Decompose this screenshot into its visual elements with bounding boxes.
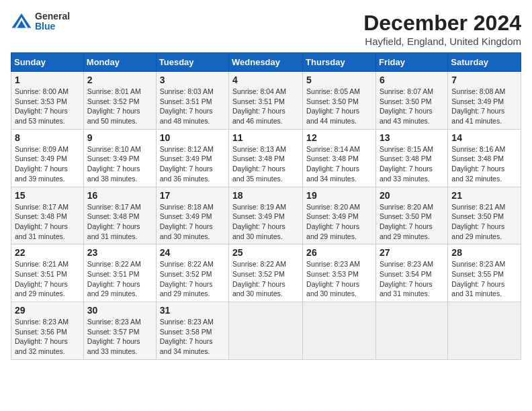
calendar-cell: 21Sunrise: 8:21 AMSunset: 3:50 PMDayligh… <box>448 187 521 244</box>
logo-icon <box>11 11 32 32</box>
calendar-row: 1Sunrise: 8:00 AMSunset: 3:53 PMDaylight… <box>11 72 521 130</box>
calendar-cell: 18Sunrise: 8:19 AMSunset: 3:49 PMDayligh… <box>229 187 303 244</box>
day-number: 31 <box>160 305 225 316</box>
calendar-cell: 2Sunrise: 8:01 AMSunset: 3:52 PMDaylight… <box>83 72 156 130</box>
day-info: Sunrise: 8:23 AMSunset: 3:58 PMDaylight:… <box>160 317 225 357</box>
calendar-cell: 29Sunrise: 8:23 AMSunset: 3:56 PMDayligh… <box>11 302 84 360</box>
day-info: Sunrise: 8:03 AMSunset: 3:51 PMDaylight:… <box>160 87 225 126</box>
day-info: Sunrise: 8:22 AMSunset: 3:52 PMDaylight:… <box>160 259 225 299</box>
day-info: Sunrise: 8:22 AMSunset: 3:52 PMDaylight:… <box>232 259 299 299</box>
header-cell-wednesday: Wednesday <box>229 53 303 72</box>
calendar-cell: 4Sunrise: 8:04 AMSunset: 3:51 PMDaylight… <box>229 72 303 130</box>
day-info: Sunrise: 8:19 AMSunset: 3:49 PMDaylight:… <box>232 202 299 242</box>
title-block: December 2024 Hayfield, England, United … <box>363 11 521 47</box>
calendar-cell: 28Sunrise: 8:23 AMSunset: 3:55 PMDayligh… <box>448 244 521 302</box>
day-info: Sunrise: 8:18 AMSunset: 3:49 PMDaylight:… <box>160 202 225 242</box>
day-number: 12 <box>306 132 372 143</box>
calendar-cell: 20Sunrise: 8:20 AMSunset: 3:50 PMDayligh… <box>375 187 447 244</box>
day-number: 27 <box>380 247 444 258</box>
calendar-cell: 27Sunrise: 8:23 AMSunset: 3:54 PMDayligh… <box>375 244 447 302</box>
calendar-cell: 10Sunrise: 8:12 AMSunset: 3:49 PMDayligh… <box>156 129 228 187</box>
day-info: Sunrise: 8:17 AMSunset: 3:48 PMDaylight:… <box>15 202 80 242</box>
calendar-body: 1Sunrise: 8:00 AMSunset: 3:53 PMDaylight… <box>11 72 521 360</box>
day-info: Sunrise: 8:10 AMSunset: 3:49 PMDaylight:… <box>87 144 152 184</box>
day-number: 23 <box>87 247 152 258</box>
day-info: Sunrise: 8:08 AMSunset: 3:49 PMDaylight:… <box>451 87 517 126</box>
day-info: Sunrise: 8:09 AMSunset: 3:49 PMDaylight:… <box>15 144 80 184</box>
header-cell-sunday: Sunday <box>11 53 84 72</box>
logo: General Blue <box>11 11 70 32</box>
calendar-cell: 17Sunrise: 8:18 AMSunset: 3:49 PMDayligh… <box>156 187 228 244</box>
calendar-cell: 5Sunrise: 8:05 AMSunset: 3:50 PMDaylight… <box>303 72 376 130</box>
calendar-cell <box>229 302 303 360</box>
day-info: Sunrise: 8:00 AMSunset: 3:53 PMDaylight:… <box>15 87 80 126</box>
day-number: 13 <box>380 132 444 143</box>
calendar-cell: 22Sunrise: 8:21 AMSunset: 3:51 PMDayligh… <box>11 244 84 302</box>
day-number: 3 <box>160 75 225 85</box>
day-info: Sunrise: 8:20 AMSunset: 3:49 PMDaylight:… <box>306 202 372 242</box>
logo-general: General <box>35 11 70 21</box>
day-info: Sunrise: 8:23 AMSunset: 3:53 PMDaylight:… <box>306 259 372 299</box>
calendar-cell: 19Sunrise: 8:20 AMSunset: 3:49 PMDayligh… <box>303 187 376 244</box>
calendar-cell: 12Sunrise: 8:14 AMSunset: 3:48 PMDayligh… <box>303 129 376 187</box>
day-info: Sunrise: 8:23 AMSunset: 3:55 PMDaylight:… <box>451 259 517 299</box>
calendar-cell: 15Sunrise: 8:17 AMSunset: 3:48 PMDayligh… <box>11 187 84 244</box>
day-info: Sunrise: 8:16 AMSunset: 3:48 PMDaylight:… <box>451 144 517 184</box>
day-info: Sunrise: 8:04 AMSunset: 3:51 PMDaylight:… <box>232 87 299 126</box>
calendar-cell: 16Sunrise: 8:17 AMSunset: 3:48 PMDayligh… <box>83 187 156 244</box>
calendar-cell: 23Sunrise: 8:22 AMSunset: 3:51 PMDayligh… <box>83 244 156 302</box>
day-number: 22 <box>15 247 80 258</box>
day-info: Sunrise: 8:13 AMSunset: 3:48 PMDaylight:… <box>232 144 299 184</box>
day-number: 30 <box>87 305 152 316</box>
day-info: Sunrise: 8:14 AMSunset: 3:48 PMDaylight:… <box>306 144 372 184</box>
day-number: 28 <box>451 247 517 258</box>
day-number: 18 <box>232 190 299 201</box>
day-number: 29 <box>15 305 80 316</box>
calendar-cell: 25Sunrise: 8:22 AMSunset: 3:52 PMDayligh… <box>229 244 303 302</box>
calendar-table: SundayMondayTuesdayWednesdayThursdayFrid… <box>11 52 521 360</box>
day-info: Sunrise: 8:21 AMSunset: 3:50 PMDaylight:… <box>451 202 517 242</box>
day-number: 25 <box>232 247 299 258</box>
header-cell-monday: Monday <box>83 53 156 72</box>
day-info: Sunrise: 8:23 AMSunset: 3:54 PMDaylight:… <box>380 259 444 299</box>
calendar-row: 22Sunrise: 8:21 AMSunset: 3:51 PMDayligh… <box>11 244 521 302</box>
logo-text: General Blue <box>35 11 70 32</box>
calendar-cell: 31Sunrise: 8:23 AMSunset: 3:58 PMDayligh… <box>156 302 228 360</box>
calendar-cell: 7Sunrise: 8:08 AMSunset: 3:49 PMDaylight… <box>448 72 521 130</box>
calendar-cell <box>375 302 447 360</box>
day-number: 10 <box>160 132 225 143</box>
calendar-cell: 9Sunrise: 8:10 AMSunset: 3:49 PMDaylight… <box>83 129 156 187</box>
header-cell-tuesday: Tuesday <box>156 53 228 72</box>
calendar-cell: 6Sunrise: 8:07 AMSunset: 3:50 PMDaylight… <box>375 72 447 130</box>
calendar-cell: 1Sunrise: 8:00 AMSunset: 3:53 PMDaylight… <box>11 72 84 130</box>
day-info: Sunrise: 8:05 AMSunset: 3:50 PMDaylight:… <box>306 87 372 126</box>
header-cell-friday: Friday <box>375 53 447 72</box>
day-number: 5 <box>306 75 372 85</box>
header-row: SundayMondayTuesdayWednesdayThursdayFrid… <box>11 53 521 72</box>
day-number: 9 <box>87 132 152 143</box>
page-header: General Blue December 2024 Hayfield, Eng… <box>11 11 521 47</box>
day-number: 17 <box>160 190 225 201</box>
logo-blue: Blue <box>35 21 70 32</box>
calendar-cell: 26Sunrise: 8:23 AMSunset: 3:53 PMDayligh… <box>303 244 376 302</box>
day-number: 16 <box>87 190 152 201</box>
day-info: Sunrise: 8:01 AMSunset: 3:52 PMDaylight:… <box>87 87 152 126</box>
day-info: Sunrise: 8:12 AMSunset: 3:49 PMDaylight:… <box>160 144 225 184</box>
day-info: Sunrise: 8:21 AMSunset: 3:51 PMDaylight:… <box>15 259 80 299</box>
calendar-cell <box>448 302 521 360</box>
calendar-cell: 13Sunrise: 8:15 AMSunset: 3:48 PMDayligh… <box>375 129 447 187</box>
calendar-row: 15Sunrise: 8:17 AMSunset: 3:48 PMDayligh… <box>11 187 521 244</box>
day-info: Sunrise: 8:17 AMSunset: 3:48 PMDaylight:… <box>87 202 152 242</box>
day-number: 1 <box>15 75 80 85</box>
day-number: 2 <box>87 75 152 85</box>
calendar-row: 8Sunrise: 8:09 AMSunset: 3:49 PMDaylight… <box>11 129 521 187</box>
day-info: Sunrise: 8:07 AMSunset: 3:50 PMDaylight:… <box>380 87 444 126</box>
calendar-cell: 11Sunrise: 8:13 AMSunset: 3:48 PMDayligh… <box>229 129 303 187</box>
day-info: Sunrise: 8:20 AMSunset: 3:50 PMDaylight:… <box>380 202 444 242</box>
day-info: Sunrise: 8:22 AMSunset: 3:51 PMDaylight:… <box>87 259 152 299</box>
day-number: 7 <box>451 75 517 85</box>
calendar-cell: 8Sunrise: 8:09 AMSunset: 3:49 PMDaylight… <box>11 129 84 187</box>
day-number: 14 <box>451 132 517 143</box>
day-number: 26 <box>306 247 372 258</box>
header-cell-thursday: Thursday <box>303 53 376 72</box>
